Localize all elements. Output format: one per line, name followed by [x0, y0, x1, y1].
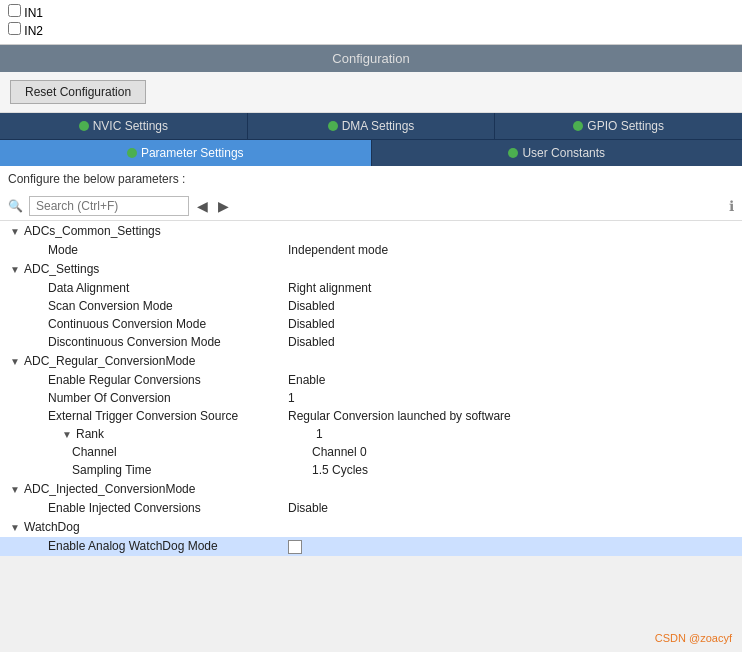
search-icon: 🔍: [8, 199, 23, 213]
param-discontinuous-conversion: Discontinuous Conversion Mode Disabled: [0, 333, 742, 351]
param-dot-icon: [127, 148, 137, 158]
param-num-conversion: Number Of Conversion 1: [0, 389, 742, 407]
param-sampling-time: Sampling Time 1.5 Cycles: [0, 461, 742, 479]
in1-checkbox-label[interactable]: IN1: [8, 4, 734, 20]
reset-btn-area: Reset Configuration: [0, 72, 742, 113]
group-adc-settings[interactable]: ▼ ADC_Settings: [0, 259, 742, 279]
watchdog-checkbox[interactable]: [288, 540, 302, 554]
reset-config-button[interactable]: Reset Configuration: [10, 80, 146, 104]
tab-parameter-settings[interactable]: Parameter Settings: [0, 140, 372, 166]
tab-gpio-settings[interactable]: GPIO Settings: [495, 113, 742, 139]
nvic-dot-icon: [79, 121, 89, 131]
in2-checkbox[interactable]: [8, 22, 21, 35]
nav-prev-button[interactable]: ◀: [195, 198, 210, 214]
chevron-rank-icon: ▼: [60, 429, 74, 440]
group-adcs-common-settings[interactable]: ▼ ADCs_Common_Settings: [0, 221, 742, 241]
param-data-alignment: Data Alignment Right alignment: [0, 279, 742, 297]
tab-nvic-settings[interactable]: NVIC Settings: [0, 113, 248, 139]
chevron-adc-injected-icon: ▼: [8, 484, 22, 495]
param-channel: Channel Channel 0: [0, 443, 742, 461]
param-enable-watchdog: Enable Analog WatchDog Mode: [0, 537, 742, 556]
rank-subgroup[interactable]: ▼ Rank 1: [0, 425, 742, 443]
config-header: Configuration: [0, 45, 742, 72]
tab-user-constants[interactable]: User Constants: [372, 140, 743, 166]
group-watchdog[interactable]: ▼ WatchDog: [0, 517, 742, 537]
group-adc-injected[interactable]: ▼ ADC_Injected_ConversionMode: [0, 479, 742, 499]
param-enable-injected: Enable Injected Conversions Disable: [0, 499, 742, 517]
chevron-adcs-common-icon: ▼: [8, 226, 22, 237]
param-ext-trigger: External Trigger Conversion Source Regul…: [0, 407, 742, 425]
param-mode: Mode Independent mode: [0, 241, 742, 259]
top-checkboxes-area: IN1 IN2: [0, 0, 742, 45]
chevron-adc-regular-icon: ▼: [8, 356, 22, 367]
info-icon[interactable]: ℹ: [729, 198, 734, 214]
group-adc-regular[interactable]: ▼ ADC_Regular_ConversionMode: [0, 351, 742, 371]
param-continuous-conversion: Continuous Conversion Mode Disabled: [0, 315, 742, 333]
chevron-watchdog-icon: ▼: [8, 522, 22, 533]
tabs-row1: NVIC Settings DMA Settings GPIO Settings: [0, 113, 742, 139]
watermark: CSDN @zoacyf: [655, 632, 732, 644]
user-const-dot-icon: [508, 148, 518, 158]
nav-next-button[interactable]: ▶: [216, 198, 231, 214]
in1-checkbox[interactable]: [8, 4, 21, 17]
gpio-dot-icon: [573, 121, 583, 131]
config-description: Configure the below parameters :: [0, 166, 742, 192]
tabs-row2: Parameter Settings User Constants: [0, 139, 742, 166]
param-enable-regular: Enable Regular Conversions Enable: [0, 371, 742, 389]
in2-checkbox-label[interactable]: IN2: [8, 22, 734, 38]
params-area: ▼ ADCs_Common_Settings Mode Independent …: [0, 221, 742, 556]
param-scan-conversion: Scan Conversion Mode Disabled: [0, 297, 742, 315]
dma-dot-icon: [328, 121, 338, 131]
tab-dma-settings[interactable]: DMA Settings: [248, 113, 496, 139]
search-input[interactable]: [29, 196, 189, 216]
chevron-adc-settings-icon: ▼: [8, 264, 22, 275]
search-bar: 🔍 ◀ ▶ ℹ: [0, 192, 742, 221]
